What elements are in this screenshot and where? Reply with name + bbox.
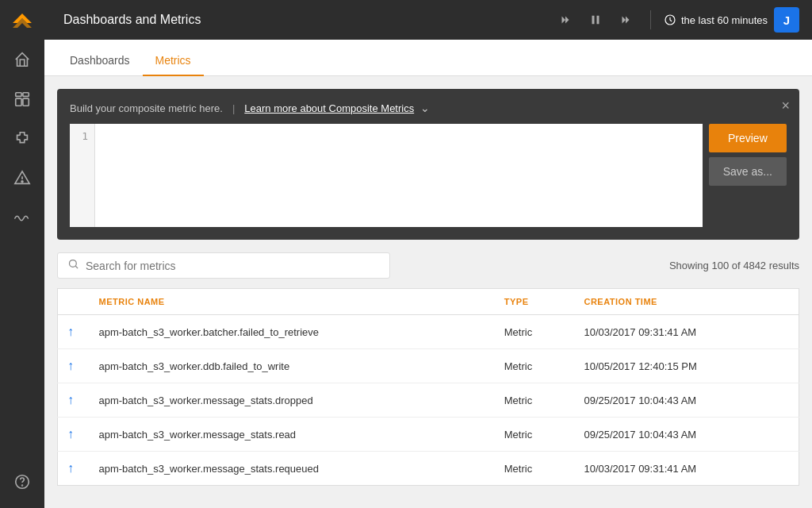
metric-created-cell: 09/25/2017 10:04:43 AM — [574, 383, 799, 418]
pause-icon — [588, 13, 603, 27]
col-header-name: Metric Name — [90, 289, 495, 315]
metric-name-cell[interactable]: apm-batch_s3_worker.batcher.failed_to_re… — [90, 315, 495, 349]
topbar: Dashboards and Metrics — [44, 0, 812, 40]
row-icon-cell: ↑ — [58, 315, 90, 349]
learn-more-link[interactable]: Learn more about Composite Metrics — [244, 102, 414, 114]
metric-created-cell: 10/03/2017 09:31:41 AM — [574, 315, 799, 349]
page-title: Dashboards and Metrics — [63, 13, 553, 27]
editor-area: 1 Preview Save as... — [70, 124, 787, 227]
svg-rect-2 — [16, 93, 21, 97]
saveas-button[interactable]: Save as... — [709, 157, 787, 186]
topbar-controls: the last 60 minutes J — [553, 7, 799, 33]
composite-description: Build your composite metric here. — [70, 102, 223, 114]
preview-button[interactable]: Preview — [709, 124, 787, 152]
header-separator: | — [232, 102, 235, 114]
sidebar — [0, 0, 44, 508]
sidebar-item-home[interactable] — [0, 40, 44, 79]
rewind-icon — [558, 13, 573, 27]
search-input[interactable] — [86, 260, 380, 272]
question-icon — [13, 473, 31, 491]
metric-name-cell[interactable]: apm-batch_s3_worker.message_stats.requeu… — [90, 452, 495, 486]
table-row: ↑ apm-batch_s3_worker.batcher.failed_to_… — [58, 315, 799, 349]
home-icon — [13, 51, 31, 68]
pause-button[interactable] — [584, 10, 607, 30]
topbar-divider — [650, 10, 651, 29]
app-logo[interactable] — [0, 0, 44, 40]
metric-name-cell[interactable]: apm-batch_s3_worker.message_stats.read — [90, 418, 495, 452]
metric-type-cell: Metric — [495, 349, 575, 383]
puzzle-icon — [13, 130, 31, 148]
time-label: the last 60 minutes — [681, 14, 768, 26]
table-header: Metric Name Type Creation Time — [58, 289, 799, 315]
svg-rect-11 — [596, 16, 599, 25]
svg-line-14 — [75, 266, 78, 268]
forward-button[interactable] — [614, 10, 638, 30]
metric-add-icon[interactable]: ↑ — [67, 461, 74, 475]
search-area: Showing 100 of 4842 results — [57, 252, 799, 279]
svg-rect-3 — [23, 93, 29, 97]
main-area: Dashboards and Metrics — [44, 0, 812, 508]
metric-type-cell: Metric — [495, 452, 575, 486]
close-button[interactable]: × — [781, 98, 790, 113]
svg-point-7 — [21, 181, 23, 183]
rewind-button[interactable] — [553, 10, 577, 30]
tab-metrics[interactable]: Metrics — [143, 44, 204, 76]
user-avatar[interactable]: J — [774, 7, 799, 33]
svg-point-13 — [70, 260, 77, 267]
svg-point-9 — [22, 485, 23, 486]
metric-add-icon[interactable]: ↑ — [67, 427, 74, 441]
metric-type-cell: Metric — [495, 418, 575, 452]
metrics-table: Metric Name Type Creation Time ↑ apm-bat… — [57, 288, 799, 486]
tabbar: Dashboards Metrics — [44, 40, 812, 76]
table-row: ↑ apm-batch_s3_worker.ddb.failed_to_writ… — [58, 349, 799, 383]
clock-icon — [664, 13, 676, 26]
metric-add-icon[interactable]: ↑ — [67, 325, 74, 338]
editor-buttons: Preview Save as... — [709, 124, 787, 227]
table-row: ↑ apm-batch_s3_worker.message_stats.read… — [58, 418, 799, 452]
tab-dashboards[interactable]: Dashboards — [57, 44, 143, 76]
metric-type-cell: Metric — [495, 383, 575, 418]
sidebar-item-metrics[interactable] — [0, 198, 44, 238]
composite-header: Build your composite metric here. | Lear… — [70, 102, 787, 114]
svg-rect-4 — [16, 98, 21, 106]
metric-created-cell: 10/05/2017 12:40:15 PM — [574, 349, 799, 383]
metric-name-cell[interactable]: apm-batch_s3_worker.ddb.failed_to_write — [90, 349, 495, 383]
sidebar-item-dashboard[interactable] — [0, 79, 44, 119]
row-icon-cell: ↑ — [58, 383, 90, 418]
formula-input[interactable] — [95, 124, 703, 227]
alert-icon — [13, 170, 31, 187]
col-header-icon — [58, 289, 90, 315]
table-row: ↑ apm-batch_s3_worker.message_stats.drop… — [58, 383, 799, 418]
search-box — [57, 252, 390, 279]
sidebar-item-help[interactable] — [0, 462, 44, 502]
metric-created-cell: 09/25/2017 10:04:43 AM — [574, 418, 799, 452]
metric-type-cell: Metric — [495, 315, 575, 349]
editor-main: 1 — [70, 124, 703, 227]
line-numbers: 1 — [70, 124, 95, 227]
row-icon-cell: ↑ — [58, 452, 90, 486]
row-icon-cell: ↑ — [58, 349, 90, 383]
grid-icon — [13, 90, 31, 108]
results-count: Showing 100 of 4842 results — [669, 260, 799, 271]
col-header-type: Type — [495, 289, 575, 315]
wave-icon — [13, 210, 31, 227]
forward-icon — [619, 13, 633, 27]
metric-created-cell: 10/03/2017 09:31:41 AM — [574, 452, 799, 486]
col-header-created: Creation Time — [574, 289, 799, 315]
svg-rect-10 — [592, 16, 594, 25]
logo-icon — [10, 7, 35, 33]
table-body: ↑ apm-batch_s3_worker.batcher.failed_to_… — [58, 315, 799, 486]
line-number-1: 1 — [76, 130, 88, 142]
row-icon-cell: ↑ — [58, 418, 90, 452]
composite-builder: Build your composite metric here. | Lear… — [57, 89, 799, 240]
metric-add-icon[interactable]: ↑ — [67, 393, 74, 406]
metric-name-cell[interactable]: apm-batch_s3_worker.message_stats.droppe… — [90, 383, 495, 418]
search-icon — [67, 258, 79, 273]
chevron-down-icon[interactable]: ⌄ — [420, 102, 430, 114]
content-area: Build your composite metric here. | Lear… — [44, 76, 812, 508]
sidebar-item-integrations[interactable] — [0, 119, 44, 159]
table-row: ↑ apm-batch_s3_worker.message_stats.requ… — [58, 452, 799, 486]
time-selector[interactable]: the last 60 minutes — [664, 13, 768, 26]
metric-add-icon[interactable]: ↑ — [67, 359, 74, 372]
sidebar-item-alerts[interactable] — [0, 159, 44, 198]
